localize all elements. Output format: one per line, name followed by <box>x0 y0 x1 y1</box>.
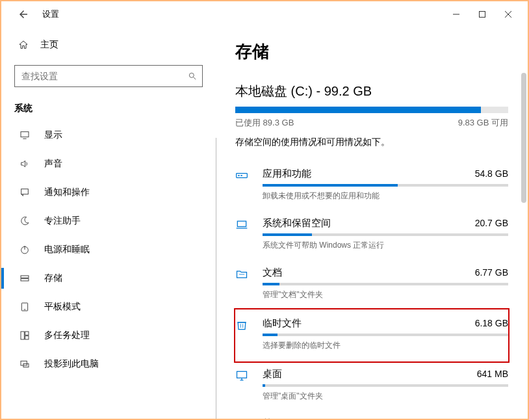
storage-item-size: 641 MB <box>477 369 508 379</box>
settings-window: 设置 主页 <box>0 0 529 420</box>
storage-item-size: 6.77 GB <box>475 267 508 278</box>
folder-icon <box>235 267 252 300</box>
app-title: 设置 <box>42 8 59 20</box>
sidebar-item-label: 显示 <box>44 129 62 141</box>
storage-item-bar <box>263 384 508 387</box>
sidebar-item-label: 投影到此电脑 <box>44 358 99 370</box>
svg-rect-12 <box>21 279 29 281</box>
disk-title: 本地磁盘 (C:) - 99.2 GB <box>235 83 508 100</box>
back-button[interactable] <box>18 8 29 20</box>
trash-icon <box>235 317 252 351</box>
disk-usage-fill <box>235 107 481 113</box>
svg-rect-23 <box>237 221 246 226</box>
storage-item-sub: 系统文件可帮助 Windows 正常运行 <box>263 240 508 251</box>
svg-rect-21 <box>238 175 240 176</box>
sidebar-item-label: 通知和操作 <box>44 187 90 198</box>
storage-item-sub: 管理"文档"文件夹 <box>263 289 508 300</box>
svg-rect-22 <box>240 175 242 176</box>
storage-item-sub: 选择要删除的临时文件 <box>263 340 508 351</box>
sidebar-nav: 显示声音通知和操作专注助手电源和睡眠存储平板模式多任务处理投影到此电脑 <box>14 121 203 378</box>
focus-icon <box>19 216 31 226</box>
search-icon <box>188 72 197 81</box>
storage-item-name: 应用和功能 <box>263 168 311 180</box>
sidebar-item-focus[interactable]: 专注助手 <box>14 207 203 235</box>
storage-item-size: 20.7 GB <box>475 218 508 228</box>
titlebar: 设置 <box>1 1 528 27</box>
sidebar-item-storage[interactable]: 存储 <box>14 264 203 293</box>
project-icon <box>19 359 31 369</box>
sidebar-section-title: 系统 <box>14 103 203 114</box>
storage-item[interactable]: 文档6.77 GB管理"文档"文件夹 <box>235 260 508 309</box>
storage-item-size: 54.8 GB <box>475 168 508 179</box>
sidebar-item-power[interactable]: 电源和睡眠 <box>14 235 203 264</box>
svg-rect-15 <box>21 332 24 339</box>
home-button[interactable]: 主页 <box>14 34 203 56</box>
page-title: 存储 <box>235 40 508 63</box>
close-button[interactable] <box>495 4 521 25</box>
svg-rect-1 <box>480 12 485 18</box>
storage-item-name: 文档 <box>263 267 282 279</box>
close-icon <box>504 10 512 18</box>
sidebar-item-project[interactable]: 投影到此电脑 <box>14 350 203 378</box>
storage-item[interactable]: 临时文件6.18 GB选择要删除的临时文件 <box>234 308 510 363</box>
sidebar-item-multitask[interactable]: 多任务处理 <box>14 321 203 350</box>
svg-rect-6 <box>21 132 29 137</box>
storage-icon <box>19 273 31 283</box>
sidebar-item-label: 平板模式 <box>44 301 81 313</box>
storage-item-name: 临时文件 <box>263 317 302 330</box>
notifications-icon <box>19 187 31 198</box>
laptop-icon <box>235 217 252 251</box>
storage-item-bar <box>263 233 508 236</box>
storage-item-bar <box>263 334 508 336</box>
main-content: 存储 本地磁盘 (C:) - 99.2 GB 已使用 89.3 GB 9.83 … <box>216 27 528 419</box>
sidebar-item-label: 专注助手 <box>44 215 81 227</box>
display-icon <box>19 130 31 140</box>
storage-item-bar <box>263 283 508 285</box>
maximize-icon <box>478 10 486 18</box>
storage-item[interactable]: 桌面641 MB管理"桌面"文件夹 <box>235 361 508 411</box>
search-input[interactable] <box>20 70 188 82</box>
storage-list: 应用和功能54.8 GB卸载未使用或不想要的应用和功能系统和保留空间20.7 G… <box>235 161 508 419</box>
storage-item-fill <box>263 334 277 336</box>
sidebar-item-label: 声音 <box>44 158 62 170</box>
storage-item[interactable]: 其他199 MB <box>235 411 508 419</box>
storage-item-name: 系统和保留空间 <box>263 217 331 230</box>
power-icon <box>19 244 31 255</box>
storage-item-fill <box>263 283 279 285</box>
disk-free-label: 9.83 GB 可用 <box>458 117 508 129</box>
storage-item-size: 6.18 GB <box>475 318 508 328</box>
sidebar-item-label: 存储 <box>44 272 62 284</box>
storage-item[interactable]: 应用和功能54.8 GB卸载未使用或不想要的应用和功能 <box>235 161 508 211</box>
disk-usage-bar <box>235 107 508 113</box>
svg-rect-8 <box>21 189 29 194</box>
home-icon <box>18 40 29 50</box>
apps-icon <box>235 168 252 202</box>
disk-labels: 已使用 89.3 GB 9.83 GB 可用 <box>235 117 508 129</box>
sidebar-item-notifications[interactable]: 通知和操作 <box>14 178 203 207</box>
sidebar-item-label: 电源和睡眠 <box>44 244 90 256</box>
minimize-button[interactable] <box>443 4 469 25</box>
storage-item-sub: 卸载未使用或不想要的应用和功能 <box>263 190 508 202</box>
svg-point-4 <box>189 73 194 77</box>
disk-used-label: 已使用 89.3 GB <box>235 117 294 129</box>
storage-item-bar <box>263 184 508 187</box>
svg-line-5 <box>194 77 196 80</box>
maximize-button[interactable] <box>469 4 495 25</box>
minimize-icon <box>452 10 460 18</box>
search-box[interactable] <box>14 65 203 87</box>
sidebar-item-tablet[interactable]: 平板模式 <box>14 293 203 321</box>
svg-rect-18 <box>21 361 27 365</box>
storage-item-size: 199 MB <box>477 418 508 419</box>
multitask-icon <box>19 330 31 341</box>
tablet-icon <box>19 302 31 312</box>
storage-item-fill <box>263 184 398 187</box>
home-label: 主页 <box>40 39 58 51</box>
scrollbar-thumb[interactable] <box>521 73 526 203</box>
sidebar-item-label: 多任务处理 <box>44 330 90 341</box>
storage-item[interactable]: 系统和保留空间20.7 GB系统文件可帮助 Windows 正常运行 <box>235 211 508 260</box>
sidebar-item-display[interactable]: 显示 <box>14 121 203 150</box>
scrollbar[interactable] <box>521 73 526 412</box>
svg-rect-29 <box>237 371 247 378</box>
desktop-icon <box>235 368 252 402</box>
sidebar-item-sound[interactable]: 声音 <box>14 150 203 178</box>
